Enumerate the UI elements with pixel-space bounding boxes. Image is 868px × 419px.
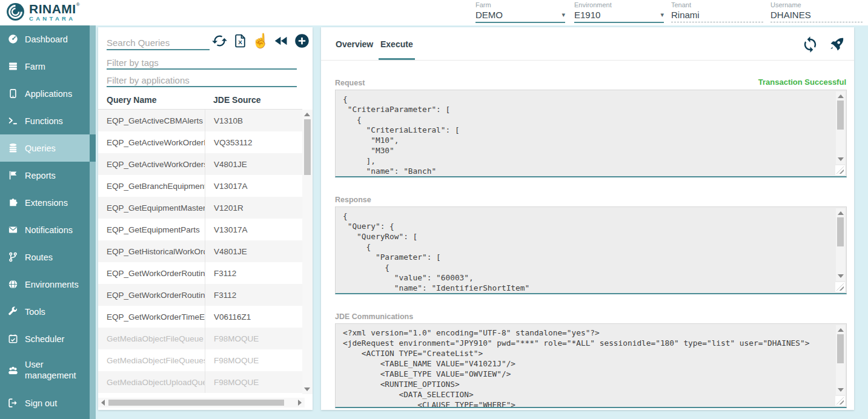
- resize-grip-icon[interactable]: [835, 396, 845, 406]
- filter-tags-input[interactable]: [107, 56, 297, 70]
- table-row[interactable]: EQP_GetActiveCBMAlertsV1310B: [98, 110, 302, 131]
- tenant-field[interactable]: Tenant Rinami: [671, 1, 763, 22]
- table-row[interactable]: EQP_GetActiveWorkOrderRVQ353112: [98, 131, 302, 153]
- farm-select[interactable]: Farm DEMO▾: [475, 1, 565, 23]
- textarea-scrollbar[interactable]: [836, 91, 845, 164]
- textarea-scrollbar[interactable]: [836, 325, 845, 395]
- add-query-icon[interactable]: [293, 32, 310, 49]
- jde-source-cell: V4801JE: [205, 240, 290, 262]
- sidebar-item-label: Tools: [25, 307, 45, 317]
- sidebar-item-label: Sign out: [25, 398, 57, 408]
- table-row[interactable]: EQP_GetWorkOrderTimeEntV06116Z1: [98, 306, 302, 328]
- user-management-icon: [8, 365, 18, 375]
- brand-name: RINAMI: [29, 2, 76, 16]
- sidebar-item-routes[interactable]: Routes: [0, 243, 96, 271]
- tab-execute[interactable]: Execute: [380, 27, 413, 61]
- environment-select[interactable]: Environment E1910▾: [574, 1, 664, 23]
- table-row[interactable]: GetMediaObjectUploadQueF98MOQUE: [98, 371, 302, 393]
- sidebar-item-queries[interactable]: Queries: [0, 134, 96, 162]
- sync-icon[interactable]: [211, 32, 228, 49]
- sidebar-item-functions[interactable]: Functions: [0, 107, 96, 134]
- resize-grip-icon[interactable]: [835, 282, 845, 292]
- jde-source-cell: V1201R: [205, 197, 290, 219]
- sidebar-item-scheduler[interactable]: Scheduler: [0, 325, 96, 352]
- table-row[interactable]: EQP_GetEquipmentMasterV1201R: [98, 197, 302, 219]
- request-textarea[interactable]: { "CriteriaParameter": [ { "CriteriaLite…: [335, 90, 847, 177]
- query-name-cell: EQP_GetBranchEquipment: [98, 182, 205, 191]
- sidebar-item-sign-out[interactable]: Sign out: [0, 389, 96, 417]
- chevron-down-icon: ▾: [562, 11, 565, 19]
- active-tab-underline: [379, 58, 415, 60]
- sidebar-item-reports[interactable]: Reports: [0, 162, 96, 189]
- query-name-cell: EQP_GetHistoricalWorkOrd: [98, 247, 205, 256]
- brand-logo: RINAMI® CANTARA: [6, 2, 80, 22]
- refresh-icon[interactable]: [801, 35, 819, 53]
- sidebar-item-label: Farm: [25, 62, 45, 71]
- query-table-header: Query Name JDE Source: [98, 90, 302, 110]
- search-input[interactable]: [107, 36, 210, 50]
- sidebar-item-label: Notifications: [25, 225, 73, 235]
- response-content: { "Query": { "QueryRow": [ { "Parameter"…: [336, 207, 846, 294]
- query-name-cell: EQP_GetEquipmentMaster: [98, 203, 205, 213]
- query-name-cell: EQP_GetWorkOrderTimeEnt: [98, 312, 205, 322]
- scroll-thumb[interactable]: [304, 119, 311, 175]
- scroll-right-arrow[interactable]: [298, 400, 302, 406]
- sidebar-item-applications[interactable]: Applications: [0, 80, 96, 107]
- query-name-cell: EQP_GetEquipmentParts: [98, 225, 205, 234]
- sidebar-item-extensions[interactable]: Extensions: [0, 189, 96, 216]
- rocket-deploy-icon[interactable]: [827, 35, 846, 53]
- chevron-down-icon: ▾: [660, 11, 664, 19]
- username-field[interactable]: Username DHAINES: [770, 1, 863, 22]
- rewind-icon[interactable]: [273, 32, 290, 49]
- resize-grip-icon[interactable]: [835, 165, 845, 175]
- brand-subname: CANTARA: [29, 16, 80, 22]
- sidebar-item-environments[interactable]: Environments: [0, 271, 96, 298]
- request-content: { "CriteriaParameter": [ { "CriteriaLite…: [336, 90, 846, 177]
- jde-source-cell: VQ353112: [205, 131, 290, 153]
- table-row[interactable]: GetMediaObjectFileQueueF98MOQUE: [98, 328, 302, 349]
- sidebar-item-label: User management: [25, 359, 91, 381]
- query-toolbar: X ☝: [211, 32, 310, 49]
- scroll-down-arrow[interactable]: [304, 388, 310, 391]
- query-list-panel: X ☝ Query Name JDE Source EQP_GetActiveC…: [98, 27, 313, 410]
- table-row[interactable]: EQP_GetEquipmentPartsV13017A: [98, 219, 302, 240]
- table-row[interactable]: GetMediaObjectFileQueuesF98MOQUE: [98, 349, 302, 371]
- table-row[interactable]: EQP_GetWorkOrderRoutingF3112: [98, 284, 302, 306]
- textarea-scrollbar[interactable]: [836, 208, 845, 281]
- excel-export-icon[interactable]: X: [231, 32, 248, 49]
- table-row[interactable]: EQP_GetBranchEquipmentV13017A: [98, 175, 302, 197]
- jde-communications-textarea[interactable]: <?xml version="1.0" encoding="UTF-8" sta…: [335, 323, 847, 408]
- rinami-logo-icon: [6, 2, 25, 21]
- sidebar-item-user-management[interactable]: User management: [0, 352, 96, 388]
- hand-select-icon[interactable]: ☝: [252, 32, 269, 49]
- tab-overview[interactable]: Overview: [336, 27, 373, 61]
- table-row[interactable]: EQP_GetWorkOrderRoutingF3112: [98, 262, 302, 284]
- response-textarea[interactable]: { "Query": { "QueryRow": [ { "Parameter"…: [335, 206, 847, 294]
- response-label: Response: [335, 196, 371, 204]
- sidebar-item-tools[interactable]: Tools: [0, 298, 96, 325]
- sidebar-nav: Dashboard Farm Applications Functions Qu…: [0, 25, 96, 419]
- list-horizontal-scrollbar[interactable]: [98, 398, 305, 407]
- tools-icon: [8, 306, 18, 317]
- query-name-cell: EQP_GetActiveCBMAlerts: [98, 116, 205, 125]
- extensions-icon: [8, 197, 18, 208]
- scroll-thumb[interactable]: [108, 400, 284, 406]
- sidebar-item-notifications[interactable]: Notifications: [0, 216, 96, 243]
- table-row[interactable]: EQP_GetHistoricalWorkOrdV4801JE: [98, 240, 302, 262]
- table-row[interactable]: EQP_GetActiveWorkOrdersV4801JE: [98, 153, 302, 175]
- query-name-cell: EQP_GetActiveWorkOrders: [98, 160, 205, 169]
- sidebar-item-label: Scheduler: [25, 334, 64, 344]
- sidebar-item-farm[interactable]: Farm: [0, 53, 96, 80]
- scroll-left-arrow[interactable]: [101, 400, 105, 406]
- sidebar-item-dashboard[interactable]: Dashboard: [0, 25, 96, 53]
- filter-applications-input[interactable]: [107, 74, 297, 87]
- sidebar-item-label: Queries: [25, 144, 56, 153]
- request-label: Request: [335, 79, 365, 87]
- list-vertical-scrollbar[interactable]: [302, 110, 313, 394]
- environments-icon: [8, 279, 18, 289]
- environment-value: E1910: [574, 10, 600, 20]
- tenant-value: Rinami: [671, 10, 700, 20]
- scroll-up-arrow[interactable]: [304, 113, 310, 116]
- reports-icon: [8, 170, 18, 180]
- query-detail-panel: Overview Execute Request Transaction Suc…: [321, 27, 854, 410]
